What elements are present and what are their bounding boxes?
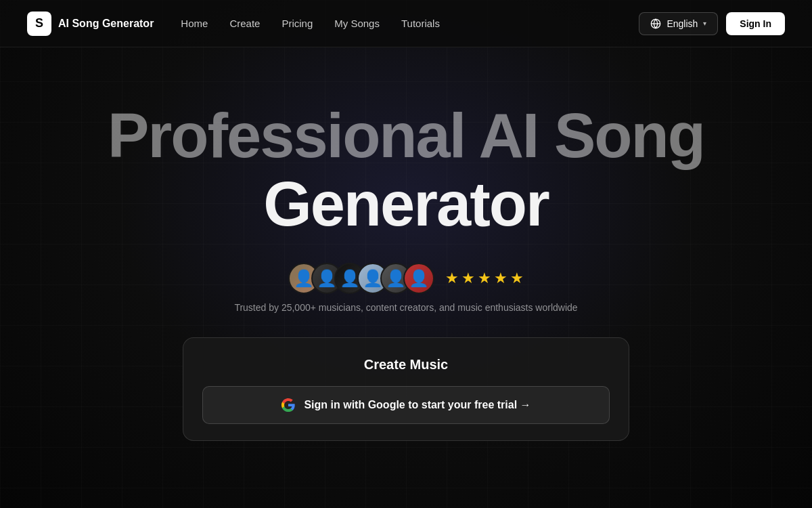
- nav-right: English ▾ Sign In: [639, 12, 785, 35]
- star-5: ★: [510, 270, 524, 287]
- main-content: Professional AI Song Generator ★ ★ ★ ★ ★…: [0, 47, 812, 441]
- logo-icon: S: [27, 12, 51, 36]
- star-4: ★: [494, 270, 508, 287]
- hero-title-line1: Professional AI Song: [108, 102, 704, 170]
- logo[interactable]: S AI Song Generator: [27, 12, 154, 36]
- nav-link-tutorials[interactable]: Tutorials: [401, 18, 440, 29]
- star-1: ★: [445, 270, 459, 287]
- hero-title: Professional AI Song Generator: [108, 102, 704, 238]
- language-selector[interactable]: English ▾: [639, 12, 718, 35]
- avatar: [403, 263, 434, 294]
- avatars-group: [288, 263, 434, 294]
- star-2: ★: [461, 270, 475, 287]
- logo-text: AI Song Generator: [58, 18, 154, 30]
- sign-in-button[interactable]: Sign In: [726, 12, 785, 35]
- star-rating: ★ ★ ★ ★ ★: [445, 270, 524, 287]
- nav-link-pricing[interactable]: Pricing: [281, 18, 313, 29]
- social-proof: ★ ★ ★ ★ ★: [288, 263, 524, 294]
- nav-link-my-songs[interactable]: My Songs: [334, 18, 380, 29]
- star-3: ★: [478, 270, 491, 287]
- google-signin-label: Sign in with Google to start your free t…: [304, 399, 531, 411]
- navbar: S AI Song Generator Home Create Pricing …: [0, 0, 812, 47]
- create-music-card: Create Music Sign in with Google to star…: [183, 337, 629, 441]
- nav-left: S AI Song Generator Home Create Pricing …: [27, 12, 440, 36]
- google-signin-button[interactable]: Sign in with Google to start your free t…: [202, 386, 610, 424]
- language-label: English: [667, 18, 698, 29]
- globe-icon: [650, 18, 661, 29]
- trusted-text: Trusted by 25,000+ musicians, content cr…: [234, 302, 577, 313]
- chevron-down-icon: ▾: [703, 20, 706, 27]
- nav-link-create[interactable]: Create: [229, 18, 260, 29]
- nav-links: Home Create Pricing My Songs Tutorials: [181, 18, 440, 29]
- hero-title-line2: Generator: [108, 170, 704, 238]
- create-music-title: Create Music: [202, 357, 610, 373]
- google-logo-icon: [281, 398, 296, 412]
- nav-link-home[interactable]: Home: [181, 18, 208, 29]
